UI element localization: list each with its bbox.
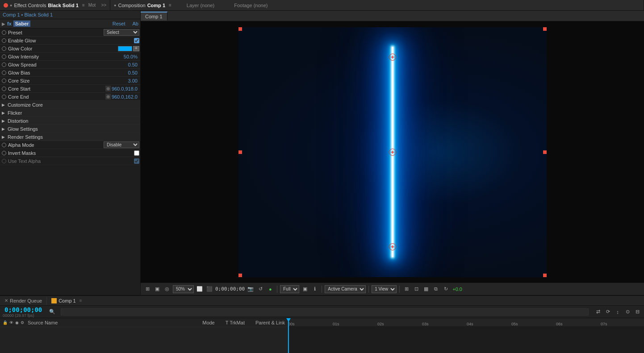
chart-icon[interactable]: ▦ — [422, 285, 430, 293]
close-button[interactable] — [4, 3, 8, 8]
comp-tab[interactable]: Comp 1 — [141, 12, 167, 21]
render-settings-row[interactable]: ▶ Render Settings — [0, 133, 140, 141]
playhead[interactable] — [288, 318, 289, 353]
reset-button[interactable]: Reset — [113, 21, 125, 26]
search-icon[interactable]: 🔍 — [49, 309, 55, 315]
corner-handle-ml[interactable] — [238, 150, 242, 154]
corner-handle-bl[interactable] — [238, 274, 242, 277]
quality-select[interactable]: Full — [280, 285, 299, 293]
alpha-mode-row: Alpha Mode Disable — [0, 141, 140, 149]
tick-2: 02s — [377, 322, 384, 326]
track-settings-icon[interactable]: ⚙ — [21, 320, 24, 325]
glow-settings-expand[interactable]: ▶ — [2, 127, 5, 131]
ctrl-point-mid[interactable] — [389, 149, 396, 156]
main-timecode[interactable]: 0;00;00;00 — [3, 306, 44, 313]
timeline-track-area: 🔒 👁 ◉ ⚙ Source Name Mode T TrkMat Parent… — [0, 318, 644, 353]
zoom-select[interactable]: 50% — [173, 285, 194, 293]
lock-icon[interactable]: 🔒 — [3, 320, 8, 325]
alpha-mode-select[interactable]: Disable — [104, 141, 139, 148]
core-end-icon — [2, 95, 6, 99]
solo-icon[interactable]: ◉ — [15, 320, 19, 325]
flicker-expand[interactable]: ▶ — [2, 111, 5, 115]
grid2-icon[interactable]: ⊞ — [402, 285, 410, 293]
timeline-icon-2[interactable]: ⟳ — [604, 308, 612, 316]
refresh-icon[interactable]: ↺ — [256, 285, 264, 293]
layers-icon[interactable]: ⧉ — [432, 285, 440, 293]
corner-handle-tr[interactable] — [543, 27, 547, 31]
color-eye-icon[interactable]: 👁 — [133, 46, 139, 51]
camera-icon[interactable]: 📷 — [247, 285, 255, 293]
effect-controls-menu-icon[interactable]: ≡ — [82, 3, 85, 8]
composition-header: ● Composition Comp 1 ≡ Layer (none) Foot… — [110, 0, 644, 10]
comp1-tab-label: Comp 1 — [59, 298, 76, 303]
comp1-tab-menu[interactable]: ≡ — [79, 298, 82, 303]
view-select[interactable]: 1 View — [372, 285, 397, 293]
grid-icon[interactable]: ⊞ — [143, 285, 151, 293]
ctrl-point-top[interactable] — [389, 54, 396, 61]
timecode-display[interactable]: 0;00;00;00 — [215, 286, 245, 292]
distortion-expand[interactable]: ▶ — [2, 119, 5, 123]
enable-glow-checkbox[interactable] — [134, 38, 139, 43]
glow-bias-label: Glow Bias — [8, 70, 30, 75]
comp-viewport[interactable] — [141, 21, 644, 282]
preset-row: Preset Select — [0, 29, 140, 37]
comp-timeline-tab[interactable]: Comp 1 ≡ — [47, 297, 86, 305]
offset-value[interactable]: +0.0 — [452, 287, 463, 292]
glow-intensity-value[interactable]: 50.0% — [124, 54, 139, 59]
mot-label: Mot — [88, 3, 96, 8]
expand-icon[interactable]: >> — [101, 3, 106, 8]
about-button[interactable]: Ab — [133, 21, 138, 26]
customize-core-row[interactable]: ▶ Customize Core — [0, 101, 140, 109]
preset-select[interactable]: Select — [104, 29, 139, 36]
comp-canvas — [238, 27, 547, 277]
glow-settings-row[interactable]: ▶ Glow Settings — [0, 125, 140, 133]
core-start-target-icon[interactable]: ⊕ — [105, 86, 111, 91]
snap-icon[interactable]: ⊡ — [412, 285, 420, 293]
sub-timecode: 00000 (29.97 fps) — [3, 313, 44, 318]
core-size-value[interactable]: 3.00 — [128, 78, 139, 83]
quality-icon[interactable]: ▣ — [301, 285, 309, 293]
corner-handle-tl[interactable] — [238, 27, 242, 31]
refresh2-icon[interactable]: ↻ — [442, 285, 450, 293]
monitor-icon[interactable]: ▣ — [153, 285, 161, 293]
corner-handle-br[interactable] — [543, 274, 547, 277]
toggle-icon[interactable]: ⬛ — [205, 285, 213, 293]
render-queue-tab[interactable]: ✕ Render Queue — [0, 297, 47, 305]
timeline-icon-5[interactable]: ⊟ — [633, 308, 641, 316]
camera-select[interactable]: Active Camera — [325, 285, 366, 293]
eye-track-icon[interactable]: 👁 — [9, 320, 13, 325]
render-queue-close[interactable]: ✕ — [4, 298, 8, 303]
timeline-icon-3[interactable]: ↕ — [614, 308, 622, 316]
distortion-label: Distortion — [8, 118, 28, 124]
glow-bias-value[interactable]: 0.50 — [128, 70, 139, 75]
core-start-value[interactable]: 960.0,918.0 — [112, 86, 139, 91]
color-icon[interactable]: ● — [266, 285, 274, 293]
customize-core-expand[interactable]: ▶ — [2, 103, 5, 107]
render-settings-expand[interactable]: ▶ — [2, 135, 5, 139]
ctrl-point-mid-v — [392, 150, 393, 154]
breadcrumb: Comp 1 • Black Solid 1 — [0, 11, 140, 19]
breadcrumb-text: Comp 1 • Black Solid 1 — [3, 12, 53, 17]
use-text-alpha-icon — [2, 159, 6, 163]
invert-masks-checkbox[interactable] — [134, 150, 139, 156]
flicker-row[interactable]: ▶ Flicker — [0, 109, 140, 117]
render-settings-label: Render Settings — [8, 134, 43, 140]
corner-handle-mr[interactable] — [543, 150, 547, 154]
invert-masks-row: Invert Masks — [0, 149, 140, 157]
core-end-value[interactable]: 960.0,162.0 — [112, 94, 139, 100]
use-text-alpha-checkbox[interactable] — [134, 158, 139, 164]
color-box[interactable] — [118, 46, 132, 51]
core-end-target-icon[interactable]: ⊕ — [105, 94, 111, 100]
info-icon[interactable]: ℹ — [311, 285, 319, 293]
fit-icon[interactable]: ⬜ — [196, 285, 204, 293]
timeline-icon-4[interactable]: ⊙ — [623, 308, 631, 316]
toggle-arrow[interactable]: ▶ — [2, 21, 5, 26]
distortion-row[interactable]: ▶ Distortion — [0, 117, 140, 125]
comp-menu-icon[interactable]: ≡ — [169, 3, 171, 8]
timeline-icon-1[interactable]: ⇄ — [594, 308, 602, 316]
ctrl-point-bot[interactable] — [389, 243, 396, 250]
search-bar[interactable] — [61, 308, 589, 316]
circle-icon[interactable]: ◎ — [163, 285, 171, 293]
tick-7: 07s — [601, 322, 607, 326]
glow-spread-value[interactable]: 0.50 — [128, 62, 139, 67]
